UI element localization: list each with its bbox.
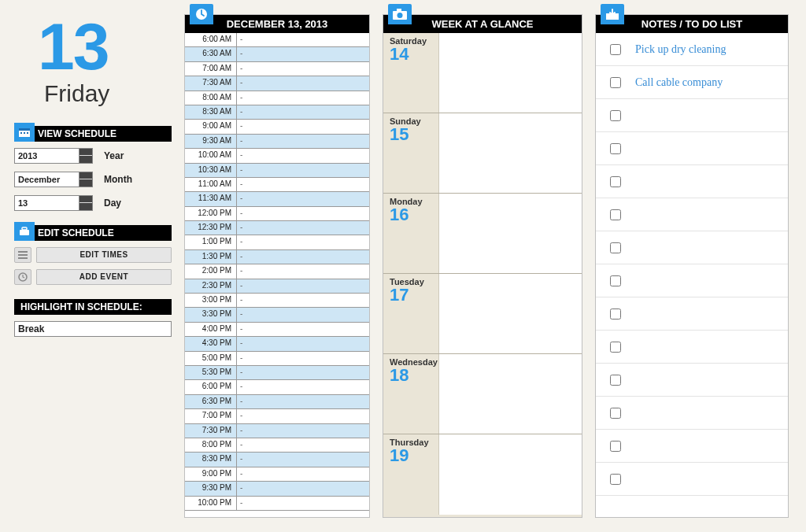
event-cell[interactable]: - [237, 497, 369, 510]
time-row[interactable]: 2:00 PM- [185, 264, 369, 279]
event-cell[interactable]: - [237, 366, 369, 379]
event-cell[interactable]: - [237, 294, 369, 307]
note-checkbox[interactable] [610, 209, 621, 220]
time-row[interactable]: 11:30 AM- [185, 192, 369, 206]
time-row[interactable]: 10:30 AM- [185, 164, 369, 178]
event-cell[interactable]: - [237, 33, 369, 46]
event-cell[interactable]: - [237, 424, 369, 438]
note-checkbox[interactable] [610, 110, 621, 121]
time-row[interactable]: 10:00 AM- [185, 149, 369, 163]
week-day[interactable]: Sunday15 [383, 113, 582, 194]
event-cell[interactable]: - [237, 105, 369, 119]
event-cell[interactable]: - [237, 149, 369, 162]
time-row[interactable]: 5:00 PM- [185, 352, 369, 366]
note-checkbox[interactable] [610, 275, 621, 286]
event-cell[interactable]: - [237, 192, 369, 205]
week-day[interactable]: Thursday19 [383, 434, 582, 515]
time-row[interactable]: 8:30 AM- [185, 105, 369, 120]
time-row[interactable]: 8:00 AM- [185, 91, 369, 105]
event-cell[interactable]: - [237, 323, 369, 336]
week-day-events[interactable] [438, 434, 582, 515]
note-checkbox[interactable] [610, 143, 621, 154]
event-cell[interactable]: - [237, 467, 369, 481]
week-day-events[interactable] [438, 354, 582, 434]
event-cell[interactable]: - [237, 178, 369, 191]
event-cell[interactable]: - [237, 250, 369, 264]
time-row[interactable]: 3:00 PM- [185, 294, 369, 308]
month-input[interactable]: December ▲▼ [14, 172, 93, 187]
time-row[interactable]: 9:00 AM- [185, 120, 369, 134]
event-cell[interactable]: - [237, 62, 369, 76]
note-checkbox[interactable] [610, 242, 621, 253]
event-cell[interactable]: - [237, 337, 369, 350]
note-checkbox[interactable] [610, 342, 621, 353]
event-cell[interactable]: - [237, 438, 369, 452]
note-text[interactable]: Pick up dry cleaning [635, 43, 726, 56]
time-row[interactable]: 9:00 PM- [185, 467, 369, 482]
event-cell[interactable]: - [237, 207, 369, 220]
note-checkbox[interactable] [610, 408, 621, 419]
time-row[interactable]: 7:00 AM- [185, 62, 369, 76]
event-cell[interactable]: - [237, 279, 369, 293]
time-row[interactable]: 8:00 PM- [185, 438, 369, 453]
week-day[interactable]: Wednesday18 [383, 354, 582, 434]
week-day-events[interactable] [438, 113, 582, 193]
event-cell[interactable]: - [237, 308, 369, 321]
week-day[interactable]: Monday16 [383, 194, 582, 274]
week-day[interactable]: Tuesday17 [383, 274, 582, 354]
time-row[interactable]: 6:00 PM- [185, 380, 369, 394]
event-cell[interactable]: - [237, 91, 369, 105]
time-row[interactable]: 4:00 PM- [185, 323, 369, 337]
week-day-events[interactable] [438, 194, 582, 273]
time-row[interactable]: 1:00 PM- [185, 235, 369, 249]
event-cell[interactable]: - [237, 395, 369, 408]
note-checkbox[interactable] [610, 77, 621, 88]
note-checkbox[interactable] [610, 441, 621, 452]
event-cell[interactable]: - [237, 164, 369, 177]
time-row[interactable]: 11:00 AM- [185, 178, 369, 192]
event-cell[interactable]: - [237, 47, 369, 61]
note-checkbox[interactable] [610, 176, 621, 187]
event-cell[interactable]: - [237, 453, 369, 466]
time-row[interactable]: 8:30 PM- [185, 453, 369, 467]
note-text[interactable]: Call cable company [635, 76, 723, 89]
time-row[interactable]: 3:30 PM- [185, 308, 369, 322]
time-row[interactable]: 4:30 PM- [185, 337, 369, 351]
note-checkbox[interactable] [610, 308, 621, 320]
week-day-events[interactable] [438, 33, 582, 113]
event-cell[interactable]: - [237, 482, 369, 495]
time-row[interactable]: 12:30 PM- [185, 221, 369, 235]
year-input[interactable]: 2013 ▲▼ [14, 148, 93, 164]
time-row[interactable]: 9:30 AM- [185, 135, 369, 149]
event-cell[interactable]: - [237, 380, 369, 393]
week-day[interactable]: Saturday14 [383, 33, 582, 113]
note-checkbox[interactable] [610, 474, 621, 485]
time-row[interactable]: 7:30 PM- [185, 424, 369, 438]
time-row[interactable]: 2:30 PM- [185, 279, 369, 294]
time-row[interactable]: 12:00 PM- [185, 207, 369, 221]
event-cell[interactable]: - [237, 352, 369, 365]
event-cell[interactable]: - [237, 76, 369, 90]
event-cell[interactable]: - [237, 409, 369, 423]
time-row[interactable]: 5:30 PM- [185, 366, 369, 380]
event-cell[interactable]: - [237, 120, 369, 133]
time-row[interactable]: 10:00 PM- [185, 497, 369, 511]
add-event-button[interactable]: ADD EVENT [36, 269, 172, 285]
time-row[interactable]: 6:00 AM- [185, 33, 369, 47]
day-input[interactable]: 13 ▲▼ [14, 195, 93, 211]
time-row[interactable]: 1:30 PM- [185, 250, 369, 264]
time-row[interactable]: 9:30 PM- [185, 482, 369, 496]
time-row[interactable]: 6:30 AM- [185, 47, 369, 61]
time-row[interactable]: 6:30 PM- [185, 395, 369, 409]
event-cell[interactable]: - [237, 221, 369, 235]
event-cell[interactable]: - [237, 135, 369, 148]
highlight-input[interactable]: Break [14, 321, 172, 337]
time-row[interactable]: 7:30 AM- [185, 76, 369, 91]
week-day-events[interactable] [438, 274, 582, 353]
note-checkbox[interactable] [610, 375, 621, 386]
event-cell[interactable]: - [237, 235, 369, 249]
time-row[interactable]: 7:00 PM- [185, 409, 369, 423]
edit-times-button[interactable]: EDIT TIMES [36, 247, 172, 263]
note-checkbox[interactable] [610, 44, 621, 55]
event-cell[interactable]: - [237, 264, 369, 278]
